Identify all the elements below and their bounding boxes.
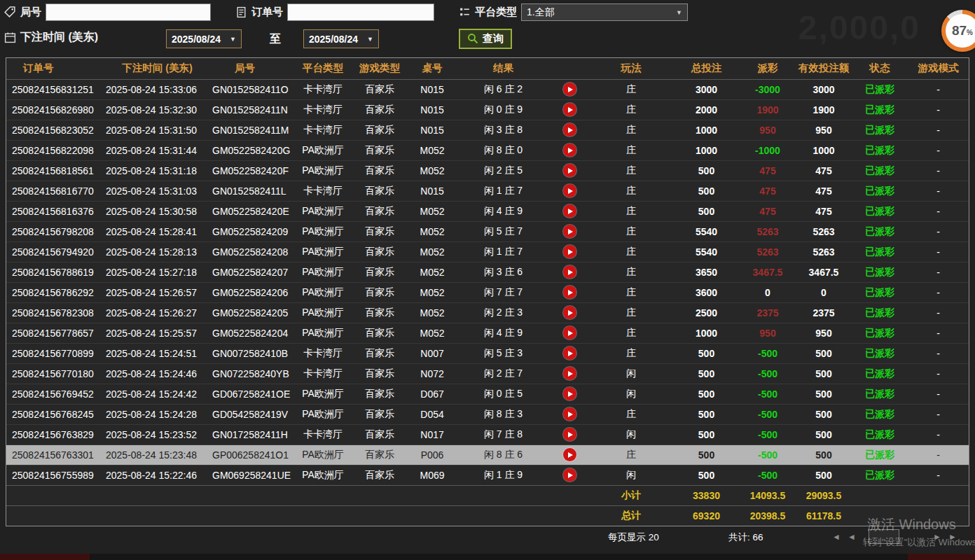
round-cell: GM0522582420G — [209, 140, 295, 160]
wager-cell: 庄 — [589, 241, 673, 262]
subtotal-label: 小计 — [589, 485, 673, 505]
search-icon — [467, 33, 479, 45]
date-to-picker[interactable]: 2025/08/24 ▼ — [303, 29, 379, 48]
status-cell: 已派彩 — [852, 302, 908, 323]
table-row[interactable]: 2508241568185612025-08-24 15:31:18GM0522… — [6, 160, 969, 181]
play-video-icon[interactable] — [563, 306, 576, 319]
play-video-icon[interactable] — [563, 103, 576, 116]
order-cell: 250824156816376 — [6, 201, 104, 221]
table-row[interactable]: 2508241568230522025-08-24 15:31:50GN0152… — [6, 120, 969, 140]
last-page-icon[interactable]: ► — [948, 532, 957, 542]
date-from-picker[interactable]: 2025/08/24 ▼ — [166, 29, 242, 48]
per-page-text[interactable]: 每页显示 20 — [608, 531, 659, 544]
play-video-icon[interactable] — [563, 286, 576, 299]
table-row[interactable]: 2508241567862922025-08-24 15:26:57GM0522… — [6, 282, 969, 302]
time-cell: 2025-08-24 15:25:57 — [104, 323, 209, 343]
bet-time-filter-label: 下注时间 (美东) — [4, 30, 98, 45]
order-filter: 订单号 — [235, 4, 434, 21]
status-cell: 已派彩 — [852, 465, 908, 485]
table-row[interactable]: 2508241568163762025-08-24 15:30:58GM0522… — [6, 201, 969, 221]
percent-value: 87 — [952, 23, 967, 38]
status-cell: 已派彩 — [852, 282, 908, 302]
table-row[interactable]: 2508241567559892025-08-24 15:22:46GM0692… — [6, 465, 969, 485]
tag-icon — [4, 6, 16, 18]
table-row[interactable]: 2508241567708992025-08-24 15:24:51GN0072… — [6, 343, 969, 363]
table-row[interactable]: 2508241568167702025-08-24 15:31:03GN0152… — [6, 181, 969, 201]
play-video-icon[interactable] — [563, 387, 576, 400]
table-row[interactable]: 2508241567638292025-08-24 15:23:52GN0172… — [6, 424, 969, 444]
query-button[interactable]: 查询 — [459, 29, 512, 49]
play-video-icon[interactable] — [563, 144, 576, 157]
time-cell: 2025-08-24 15:28:13 — [104, 241, 209, 262]
game-cell: 百家乐 — [351, 302, 408, 323]
table-row[interactable]: 2508241567886192025-08-24 15:27:18GM0522… — [6, 262, 969, 282]
result-cell: 闲 1 庄 9 — [456, 465, 551, 485]
play-video-icon[interactable] — [563, 83, 576, 96]
round-input[interactable] — [46, 4, 211, 21]
total-cell: 500 — [673, 404, 740, 424]
table-row[interactable]: 2508241567823082025-08-24 15:26:27GM0522… — [6, 302, 969, 323]
first-page-icon[interactable]: ◄ — [832, 532, 841, 542]
platform-select[interactable]: 1.全部 ▼ — [521, 4, 688, 21]
next-page-icon[interactable]: ► — [933, 532, 941, 542]
play-video-icon[interactable] — [563, 204, 576, 218]
play-video-icon[interactable] — [563, 428, 576, 441]
table-row[interactable]: 2508241568220982025-08-24 15:31:44GM0522… — [6, 140, 969, 160]
play-video-icon[interactable] — [563, 184, 576, 197]
mode-cell: - — [908, 384, 969, 404]
table-row[interactable]: 2508241567682452025-08-24 15:24:28GD0542… — [6, 404, 969, 424]
result-video-cell — [551, 444, 589, 465]
table-row[interactable]: 2508241567633012025-08-24 15:23:48GP0062… — [6, 444, 969, 465]
per-page-label: 每页显示 — [608, 532, 646, 542]
table-row[interactable]: 2508241568269802025-08-24 15:32:30GN0152… — [6, 99, 969, 120]
round-cell: GM05225824209 — [209, 221, 295, 241]
table_no-cell: M052 — [408, 262, 456, 282]
play-video-icon[interactable] — [563, 265, 576, 279]
table-row[interactable]: 2508241568312512025-08-24 15:33:06GN0152… — [6, 79, 969, 99]
payout-cell: 950 — [740, 120, 796, 140]
play-video-icon[interactable] — [563, 407, 576, 421]
table-row[interactable]: 2508241567786572025-08-24 15:25:57GM0522… — [6, 323, 969, 343]
table-row[interactable]: 2508241567949202025-08-24 15:28:13GM0522… — [6, 241, 969, 262]
records-table: 订单号下注时间 (美东)局号平台类型游戏类型桌号结果玩法总投注派彩有效投注额状态… — [6, 58, 969, 526]
time-cell: 2025-08-24 15:32:30 — [104, 99, 209, 120]
valid-cell: 2375 — [796, 302, 852, 323]
subtotal-valid: 29093.5 — [796, 485, 852, 505]
play-video-icon[interactable] — [563, 123, 576, 136]
play-video-icon[interactable] — [563, 225, 576, 238]
goto-page-input[interactable] — [869, 529, 899, 544]
time-cell: 2025-08-24 15:31:03 — [104, 181, 209, 201]
total-cell: 500 — [673, 444, 740, 465]
play-video-icon[interactable] — [563, 367, 576, 380]
order-input[interactable] — [287, 4, 434, 21]
play-video-icon[interactable] — [563, 326, 576, 340]
play-video-icon[interactable] — [563, 468, 576, 482]
play-video-icon[interactable] — [563, 346, 576, 360]
payout-cell: -500 — [740, 343, 796, 363]
play-video-icon[interactable] — [563, 448, 576, 461]
payout-cell: 2375 — [740, 302, 796, 323]
table-row[interactable]: 2508241567701802025-08-24 15:24:46GN0722… — [6, 363, 969, 384]
total-cell: 500 — [673, 424, 740, 444]
platform-cell: 卡卡湾厅 — [295, 424, 351, 444]
platform-cell: 卡卡湾厅 — [295, 79, 351, 99]
payout-cell: 475 — [740, 160, 796, 181]
play-video-icon[interactable] — [563, 245, 576, 258]
mode-cell: - — [908, 465, 969, 485]
play-video-icon[interactable] — [563, 164, 576, 177]
game-cell: 百家乐 — [351, 262, 408, 282]
prev-page-icon[interactable]: ◄ — [848, 532, 856, 542]
result-video-cell — [551, 201, 589, 221]
valid-cell: 500 — [796, 384, 852, 404]
total-cell: 3000 — [673, 79, 740, 99]
game-cell: 百家乐 — [351, 99, 408, 120]
table_no-cell: N017 — [408, 424, 456, 444]
mode-cell: - — [908, 79, 969, 99]
game-cell: 百家乐 — [351, 404, 408, 424]
result-cell: 闲 0 庄 5 — [456, 384, 551, 404]
result-cell: 闲 5 庄 3 — [456, 343, 551, 363]
table-row[interactable]: 2508241567982082025-08-24 15:28:41GM0522… — [6, 221, 969, 241]
game-cell: 百家乐 — [351, 221, 408, 241]
valid-cell: 1900 — [796, 99, 852, 120]
table-row[interactable]: 2508241567694522025-08-24 15:24:42GD0672… — [6, 384, 969, 404]
